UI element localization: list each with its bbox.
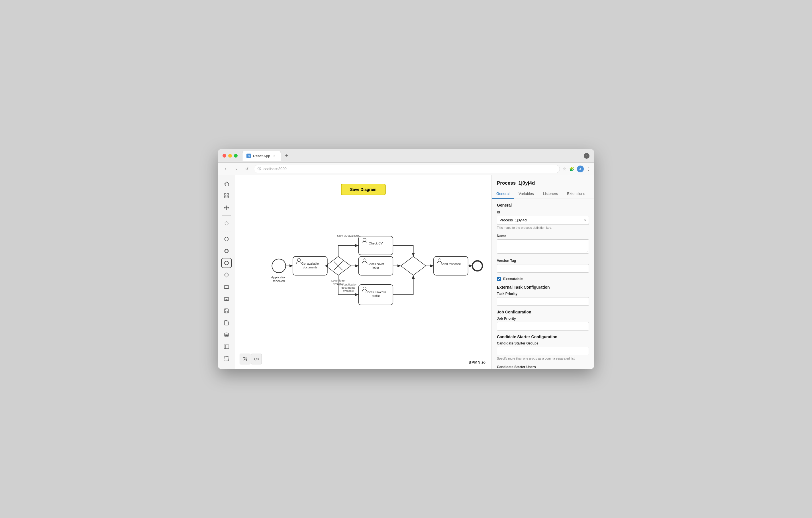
- svg-marker-46: [401, 256, 426, 275]
- svg-text:Check cover: Check cover: [368, 262, 384, 265]
- svg-rect-3: [227, 196, 229, 198]
- close-window-btn[interactable]: [223, 154, 226, 157]
- tool-datastore[interactable]: [221, 330, 232, 340]
- bpmn-diagram: Application received Get available docum…: [235, 175, 491, 369]
- svg-text:Only CV available: Only CV available: [337, 234, 359, 237]
- tool-gateway[interactable]: [221, 270, 232, 280]
- main-content: Save Diagram Application received Get av…: [218, 175, 594, 369]
- general-section-title: General: [497, 203, 589, 207]
- tool-save-shape[interactable]: [221, 306, 232, 316]
- chrome-settings-icon[interactable]: ⋮: [584, 153, 589, 159]
- job-priority-field-group: Job Priority: [497, 317, 589, 330]
- tool-move[interactable]: [221, 203, 232, 213]
- id-hint: This maps to the process definition key.: [497, 226, 589, 230]
- id-field-group: Id × This maps to the process definition…: [497, 210, 589, 230]
- maximize-window-btn[interactable]: [234, 154, 238, 157]
- version-tag-input[interactable]: [497, 264, 589, 273]
- tool-task[interactable]: [221, 282, 232, 292]
- tool-event[interactable]: [221, 234, 232, 244]
- tab-close-btn[interactable]: ×: [272, 153, 277, 158]
- executable-row: Executable: [497, 277, 589, 281]
- title-bar: R React App × + ⋮: [218, 149, 594, 163]
- tab-title: React App: [253, 154, 270, 158]
- forward-btn[interactable]: ›: [232, 165, 240, 173]
- svg-rect-2: [224, 196, 226, 198]
- toolbar-sidebar: [218, 175, 235, 369]
- task-priority-input[interactable]: [497, 297, 589, 306]
- new-tab-btn[interactable]: +: [283, 152, 291, 160]
- candidate-users-label: Candidate Starter Users: [497, 365, 589, 369]
- svg-marker-8: [224, 273, 229, 277]
- svg-text:documents: documents: [303, 266, 317, 269]
- svg-text:profile: profile: [372, 294, 380, 297]
- url-bar[interactable]: ⓘ localhost:3000: [254, 165, 560, 173]
- traffic-lights: [223, 154, 238, 157]
- tool-subprocess[interactable]: [221, 294, 232, 304]
- tab-area: R React App × +: [242, 151, 581, 161]
- task-priority-field-group: Task Priority: [497, 292, 589, 306]
- tool-document-shape[interactable]: [221, 318, 232, 328]
- external-task-section: External Task Configuration Task Priorit…: [497, 285, 589, 306]
- bpmn-canvas[interactable]: Save Diagram Application received Get av…: [235, 175, 491, 369]
- svg-rect-0: [224, 194, 226, 196]
- bpmn-watermark: BPMN.io: [469, 360, 486, 365]
- avatar[interactable]: A: [577, 166, 584, 172]
- edit-btn[interactable]: [240, 354, 251, 365]
- svg-text:Application: Application: [271, 276, 287, 279]
- address-bar: ‹ › ↺ ⓘ localhost:3000 ☆ 🧩 A ⋮: [218, 163, 594, 175]
- svg-rect-11: [226, 300, 227, 300]
- name-label: Name: [497, 234, 589, 238]
- address-bar-right: ☆ 🧩 A ⋮: [563, 166, 591, 172]
- back-btn[interactable]: ‹: [221, 165, 229, 173]
- version-tag-label: Version Tag: [497, 259, 589, 263]
- tab-general[interactable]: General: [492, 189, 514, 199]
- bottom-toolbar: </>: [240, 354, 262, 365]
- id-input-wrapper: ×: [497, 216, 589, 224]
- job-config-section: Job Configuration Job Priority: [497, 310, 589, 330]
- refresh-btn[interactable]: ↺: [243, 165, 251, 173]
- tool-lasso[interactable]: [221, 218, 232, 229]
- svg-text:Send response: Send response: [441, 262, 461, 265]
- tool-group[interactable]: [221, 354, 232, 364]
- browser-window: R React App × + ⋮ ‹ › ↺ ⓘ localhost:3000…: [218, 149, 594, 369]
- name-input[interactable]: [497, 239, 589, 254]
- svg-rect-10: [224, 297, 229, 300]
- svg-text:available: available: [343, 289, 354, 292]
- svg-point-16: [272, 259, 286, 273]
- executable-checkbox[interactable]: [497, 277, 501, 281]
- svg-rect-15: [224, 357, 229, 361]
- tool-end-event[interactable]: [221, 258, 232, 268]
- panel-tabs: General Variables Listeners Extensions: [492, 189, 594, 199]
- candidate-groups-hint: Specify more than one group as a comma s…: [497, 356, 589, 361]
- menu-icon[interactable]: ⋮: [587, 167, 591, 171]
- code-btn[interactable]: </>: [251, 354, 262, 365]
- tool-hand[interactable]: [221, 179, 232, 189]
- id-clear-btn[interactable]: ×: [584, 218, 586, 222]
- browser-tab[interactable]: R React App ×: [242, 151, 281, 161]
- job-priority-label: Job Priority: [497, 317, 589, 320]
- tool-intermediate[interactable]: [221, 246, 232, 256]
- task-priority-label: Task Priority: [497, 292, 589, 296]
- extensions-icon[interactable]: 🧩: [569, 167, 574, 171]
- save-diagram-btn[interactable]: Save Diagram: [341, 184, 386, 195]
- id-label: Id: [497, 210, 589, 214]
- job-config-title: Job Configuration: [497, 310, 589, 314]
- candidate-starter-section: Candidate Starter Configuration Candidat…: [497, 335, 589, 369]
- tab-listeners[interactable]: Listeners: [538, 189, 562, 199]
- svg-text:letter: letter: [372, 266, 379, 269]
- separator1: [222, 215, 231, 216]
- svg-text:received: received: [273, 279, 285, 283]
- job-priority-input[interactable]: [497, 322, 589, 330]
- tab-extensions[interactable]: Extensions: [562, 189, 590, 199]
- svg-point-6: [225, 250, 228, 253]
- candidate-groups-input[interactable]: [497, 347, 589, 355]
- minimize-window-btn[interactable]: [228, 154, 232, 157]
- tab-favicon: R: [246, 153, 251, 158]
- tool-pool[interactable]: [221, 342, 232, 352]
- id-input[interactable]: [499, 216, 584, 224]
- star-icon[interactable]: ☆: [563, 167, 567, 171]
- tool-select[interactable]: [221, 191, 232, 201]
- tab-variables[interactable]: Variables: [514, 189, 538, 199]
- svg-point-52: [472, 261, 482, 271]
- svg-rect-9: [224, 286, 229, 289]
